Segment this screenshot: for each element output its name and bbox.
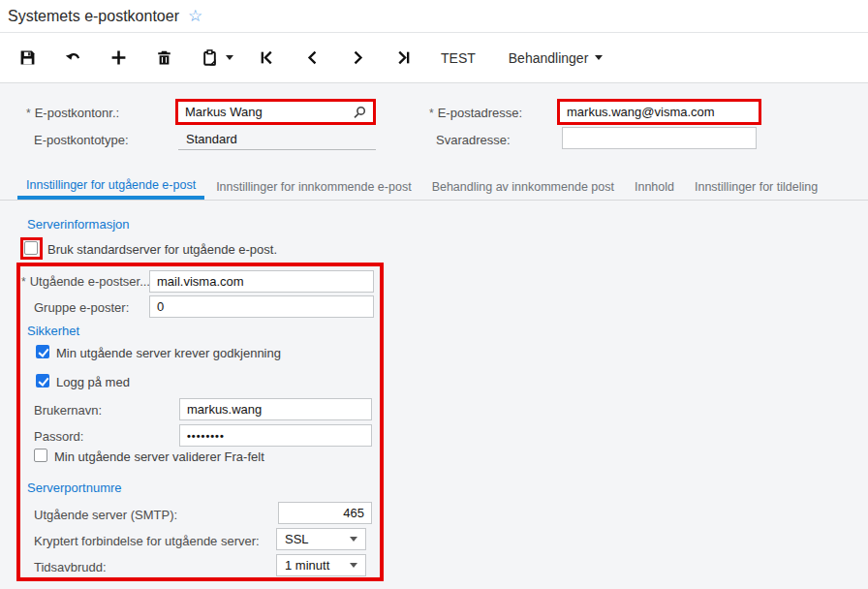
login-with-checkbox[interactable] — [36, 374, 49, 388]
group-emails-label: Gruppe e-poster: — [34, 300, 129, 315]
account-selector-value: Markus Wang — [185, 105, 263, 119]
required-marker: * — [21, 275, 26, 289]
account-selector-field[interactable]: Markus Wang — [175, 99, 376, 125]
page-header: Systemets e-postkontoer ☆ — [0, 0, 868, 33]
last-record-button[interactable] — [395, 49, 412, 66]
security-heading: Sikkerhet — [27, 324, 79, 338]
account-type-label: E-postkontotype: — [34, 133, 129, 147]
auth-required-checkbox[interactable] — [36, 345, 49, 358]
account-type-value: Standard — [178, 129, 376, 150]
smtp-port-label: Utgående server (SMTP): — [34, 508, 177, 522]
behandlinger-caret-icon — [595, 55, 603, 60]
page-title: Systemets e-postkontoer — [8, 8, 179, 25]
tab-bar: Innstillinger for utgående e-post Innsti… — [0, 173, 868, 201]
delete-button[interactable] — [156, 49, 172, 66]
system-email-accounts-screen: Systemets e-postkontoer ☆ — [0, 0, 868, 589]
tab-behandling-innkommende[interactable]: Behandling av innkommende post — [423, 173, 623, 200]
encryption-value: SSL — [285, 532, 309, 546]
plus-icon — [110, 49, 127, 66]
smtp-port-input[interactable] — [278, 502, 372, 524]
server-ports-heading: Serverportnumre — [27, 480, 122, 495]
server-info-heading: Serverinformasjon — [27, 217, 130, 232]
chevron-left-icon — [304, 49, 321, 66]
tab-innhold[interactable]: Innhold — [626, 173, 683, 200]
encryption-dropdown[interactable]: SSL — [276, 528, 366, 550]
email-address-value: markus.wang@visma.com — [567, 105, 715, 119]
password-input[interactable] — [179, 424, 372, 447]
validate-from-label: Min utgående server validerer Fra-felt — [54, 450, 264, 464]
paste-button[interactable] — [202, 49, 218, 66]
reply-address-input[interactable] — [562, 127, 757, 149]
paste-dropdown-caret-icon[interactable] — [226, 55, 233, 60]
validate-from-checkbox[interactable] — [34, 449, 47, 462]
previous-record-button[interactable] — [304, 49, 321, 66]
group-emails-input[interactable] — [149, 295, 374, 318]
timeout-caret-icon — [350, 563, 357, 568]
last-record-icon — [395, 49, 412, 66]
default-server-checkbox[interactable] — [24, 241, 38, 255]
required-marker: * — [26, 107, 31, 120]
reply-address-label: Svaradresse: — [436, 133, 511, 147]
behandlinger-menu-button[interactable]: Behandlinger — [509, 50, 604, 66]
username-input[interactable] — [179, 398, 372, 420]
undo-button[interactable] — [65, 49, 81, 66]
email-field-label: *E-postadresse: — [429, 106, 522, 120]
password-label: Passord: — [34, 429, 83, 444]
auth-required-label: Min utgående server krever godkjenning — [56, 346, 281, 360]
chevron-right-icon — [350, 49, 366, 66]
encryption-caret-icon — [350, 537, 357, 542]
account-field-label: *E-postkontonr.: — [26, 106, 119, 120]
timeout-dropdown[interactable]: 1 minutt — [276, 554, 366, 576]
login-with-label: Logg på med — [56, 375, 130, 389]
required-marker: * — [429, 107, 434, 120]
timeout-value: 1 minutt — [285, 558, 329, 573]
email-address-field[interactable]: markus.wang@visma.com — [557, 99, 761, 125]
test-button[interactable]: TEST — [441, 50, 476, 66]
add-button[interactable] — [110, 49, 127, 66]
timeout-label: Tidsavbrudd: — [34, 560, 107, 574]
next-record-button[interactable] — [350, 49, 366, 66]
annotation-box-default-server — [20, 237, 43, 260]
encryption-label: Kryptert forbindelse for utgående server… — [34, 534, 260, 548]
outgoing-server-label: *Utgående e-postser... — [21, 274, 150, 289]
undo-icon — [65, 49, 81, 66]
default-server-label: Bruk standardserver for utgående e-post. — [47, 242, 277, 257]
save-icon — [19, 49, 36, 66]
lookup-magnifier-icon[interactable] — [353, 106, 366, 119]
toolbar: TEST Behandlinger — [0, 33, 868, 83]
tab-tildeling[interactable]: Innstillinger for tildeling — [686, 173, 826, 200]
behandlinger-menu-label: Behandlinger — [509, 50, 589, 66]
first-record-icon — [259, 49, 275, 66]
tab-innkommende-epost[interactable]: Innstillinger for innkommende e-post — [207, 173, 420, 200]
username-label: Brukernavn: — [34, 403, 102, 418]
save-button[interactable] — [19, 49, 36, 66]
first-record-button[interactable] — [259, 49, 275, 66]
tab-utgaende-epost[interactable]: Innstillinger for utgående e-post — [17, 173, 204, 200]
clipboard-icon — [202, 49, 218, 66]
outgoing-server-input[interactable] — [149, 270, 374, 293]
favorite-star-icon[interactable]: ☆ — [188, 8, 202, 24]
trash-icon — [156, 49, 172, 66]
